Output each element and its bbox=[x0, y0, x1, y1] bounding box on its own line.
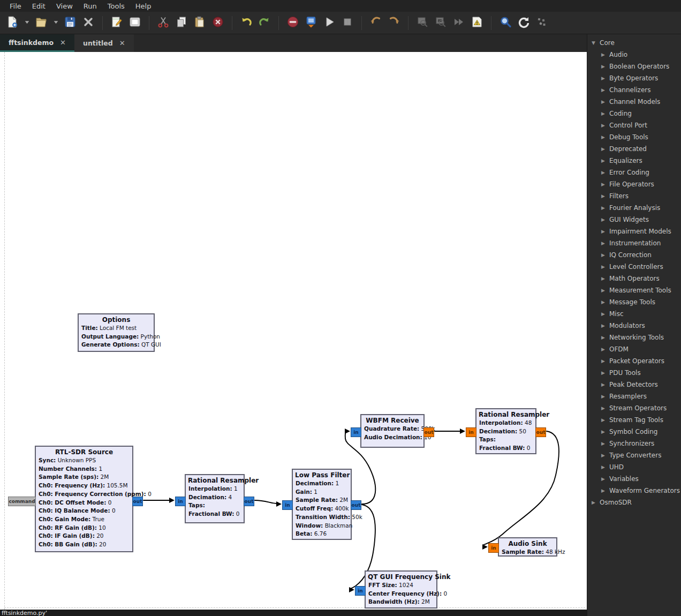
chevron-right-icon[interactable]: ▶ bbox=[601, 241, 609, 246]
rational-resampler-1-port-out[interactable]: out bbox=[535, 427, 546, 437]
tree-item-boolean-operators[interactable]: ▶Boolean Operators bbox=[587, 61, 681, 72]
tree-item-stream-operators[interactable]: ▶Stream Operators bbox=[587, 402, 681, 414]
tree-item-fourier-analysis[interactable]: ▶Fourier Analysis bbox=[587, 202, 681, 214]
errors-button[interactable] bbox=[284, 14, 301, 32]
chevron-right-icon[interactable]: ▶ bbox=[601, 252, 609, 258]
redo-button[interactable] bbox=[256, 14, 273, 32]
chevron-right-icon[interactable]: ▶ bbox=[601, 323, 609, 328]
bypass-button[interactable] bbox=[450, 14, 467, 32]
chevron-down-icon[interactable]: ▼ bbox=[592, 40, 600, 46]
chevron-right-icon[interactable]: ▶ bbox=[601, 335, 609, 340]
wbfm-receive-port-in[interactable]: in bbox=[351, 427, 361, 437]
chevron-right-icon[interactable]: ▶ bbox=[601, 87, 609, 93]
rational-resampler-1-port-in[interactable]: in bbox=[466, 427, 476, 437]
rotate-ccw-button[interactable] bbox=[367, 14, 384, 32]
tree-item-message-tools[interactable]: ▶Message Tools bbox=[587, 296, 681, 308]
low-pass-filter-port-out[interactable]: out bbox=[351, 500, 361, 510]
chevron-right-icon[interactable]: ▶ bbox=[601, 276, 609, 281]
close-button[interactable] bbox=[80, 14, 97, 32]
delete-button[interactable] bbox=[209, 14, 226, 32]
chevron-right-icon[interactable]: ▶ bbox=[601, 370, 609, 375]
tree-item-stream-tag-tools[interactable]: ▶Stream Tag Tools bbox=[587, 414, 681, 426]
chevron-right-icon[interactable]: ▶ bbox=[601, 347, 609, 352]
tree-item-resamplers[interactable]: ▶Resamplers bbox=[587, 390, 681, 402]
tree-item-debug-tools[interactable]: ▶Debug Tools bbox=[587, 131, 681, 143]
chevron-right-icon[interactable]: ▶ bbox=[601, 417, 609, 423]
chevron-right-icon[interactable]: ▶ bbox=[601, 453, 609, 458]
block-low-pass-filter[interactable]: Low Pass FilterDecimation: 1Gain: 1Sampl… bbox=[292, 469, 352, 540]
tree-item-error-coding[interactable]: ▶Error Coding bbox=[587, 167, 681, 178]
tab-fftsinkdemo[interactable]: fftsinkdemo✕ bbox=[0, 34, 74, 52]
kill-button[interactable] bbox=[339, 14, 356, 32]
open-recent-button[interactable] bbox=[51, 14, 60, 32]
chevron-right-icon[interactable]: ▶ bbox=[601, 193, 609, 199]
notepad-edit-button[interactable] bbox=[108, 14, 125, 32]
block-rational-resampler-0[interactable]: Rational ResamplerInterpolation: 1Decima… bbox=[185, 474, 245, 523]
tree-item-type-converters[interactable]: ▶Type Converters bbox=[587, 449, 681, 461]
copy-button[interactable] bbox=[173, 14, 190, 32]
generate-button[interactable] bbox=[302, 14, 320, 32]
block-rtl-sdr-source[interactable]: RTL-SDR SourceSync: Unknown PPSNumber Ch… bbox=[35, 446, 133, 552]
tree-item-channel-models[interactable]: ▶Channel Models bbox=[587, 96, 681, 108]
screen-capture-button[interactable] bbox=[126, 14, 143, 32]
chevron-right-icon[interactable]: ▶ bbox=[601, 358, 609, 364]
execute-button[interactable] bbox=[321, 14, 338, 32]
new-flow-graph-type-button[interactable] bbox=[22, 14, 32, 32]
chevron-right-icon[interactable]: ▶ bbox=[601, 158, 609, 163]
rational-resampler-0-port-out[interactable]: out bbox=[244, 497, 254, 506]
tab-close-icon[interactable]: ✕ bbox=[60, 39, 66, 47]
undo-button[interactable] bbox=[238, 14, 255, 32]
chevron-right-icon[interactable]: ▶ bbox=[601, 311, 609, 317]
chevron-right-icon[interactable]: ▶ bbox=[601, 134, 609, 140]
tree-item-impairment-models[interactable]: ▶Impairment Models bbox=[587, 226, 681, 237]
tree-item-level-controllers[interactable]: ▶Level Controllers bbox=[587, 261, 681, 273]
qt-gui-frequency-sink-port-in[interactable]: in bbox=[355, 586, 366, 596]
block-rational-resampler-1[interactable]: Rational ResamplerInterpolation: 48Decim… bbox=[475, 408, 536, 454]
tree-item-pdu-tools[interactable]: ▶PDU Tools bbox=[587, 367, 681, 379]
tree-item-deprecated[interactable]: ▶Deprecated bbox=[587, 143, 681, 155]
chevron-right-icon[interactable]: ▶ bbox=[601, 288, 609, 293]
tree-item-iq-correction[interactable]: ▶IQ Correction bbox=[587, 249, 681, 261]
menu-help[interactable]: Help bbox=[130, 1, 157, 11]
block-qt-gui-frequency-sink[interactable]: QT GUI Frequency SinkFFT Size: 1024Cente… bbox=[365, 570, 437, 609]
menu-file[interactable]: File bbox=[4, 1, 27, 11]
chevron-right-icon[interactable]: ▶ bbox=[601, 405, 609, 411]
chevron-right-icon[interactable]: ▶ bbox=[601, 146, 609, 152]
rational-resampler-0-port-in[interactable]: in bbox=[175, 497, 186, 506]
chevron-right-icon[interactable]: ▶ bbox=[601, 488, 609, 493]
flowgraph-canvas[interactable]: OptionsTitle: Local FM testOutput Langua… bbox=[0, 52, 587, 610]
chevron-right-icon[interactable]: ▶ bbox=[601, 76, 609, 81]
tree-item-instrumentation[interactable]: ▶Instrumentation bbox=[587, 237, 681, 249]
chevron-right-icon[interactable]: ▶ bbox=[601, 217, 609, 222]
tree-item-misc[interactable]: ▶Misc bbox=[587, 308, 681, 320]
new-file-button[interactable] bbox=[4, 14, 21, 32]
tree-item-math-operators[interactable]: ▶Math Operators bbox=[587, 273, 681, 284]
chevron-right-icon[interactable]: ▶ bbox=[601, 111, 609, 116]
connection-rational-resampler-0.out-to-low-pass-filter.in[interactable] bbox=[255, 500, 282, 507]
tree-item-ofdm[interactable]: ▶OFDM bbox=[587, 343, 681, 355]
tree-item-file-operators[interactable]: ▶File Operators bbox=[587, 178, 681, 190]
chevron-right-icon[interactable]: ▶ bbox=[601, 299, 609, 305]
connection-rtl-sdr-source.out-to-rational-resampler-0.in[interactable] bbox=[143, 498, 175, 503]
chevron-right-icon[interactable]: ▶ bbox=[601, 64, 609, 69]
tree-item-measurement-tools[interactable]: ▶Measurement Tools bbox=[587, 284, 681, 296]
chevron-right-icon[interactable]: ▶ bbox=[601, 99, 609, 104]
low-pass-filter-port-in[interactable]: in bbox=[282, 500, 293, 510]
tab-close-icon[interactable]: ✕ bbox=[119, 39, 125, 47]
block-options[interactable]: OptionsTitle: Local FM testOutput Langua… bbox=[78, 313, 155, 352]
tree-item-control-port[interactable]: ▶Control Port bbox=[587, 119, 681, 131]
menu-run[interactable]: Run bbox=[78, 1, 102, 11]
tree-item-equalizers[interactable]: ▶Equalizers bbox=[587, 155, 681, 167]
chevron-right-icon[interactable]: ▶ bbox=[601, 382, 609, 387]
block-wbfm-receive[interactable]: WBFM ReceiveQuadrature Rate: 500kAudio D… bbox=[360, 414, 425, 448]
chevron-right-icon[interactable]: ▶ bbox=[601, 52, 609, 57]
paste-button[interactable] bbox=[191, 14, 208, 32]
menu-view[interactable]: View bbox=[51, 1, 78, 11]
chevron-right-icon[interactable]: ▶ bbox=[601, 182, 609, 187]
tree-item-packet-operators[interactable]: ▶Packet Operators bbox=[587, 355, 681, 367]
chevron-right-icon[interactable]: ▶ bbox=[601, 205, 609, 211]
chevron-right-icon[interactable]: ▶ bbox=[601, 429, 609, 434]
rtl-sdr-source-port-command[interactable]: command bbox=[8, 497, 36, 506]
tree-item-synchronizers[interactable]: ▶Synchronizers bbox=[587, 438, 681, 449]
chevron-right-icon[interactable]: ▶ bbox=[601, 441, 609, 446]
